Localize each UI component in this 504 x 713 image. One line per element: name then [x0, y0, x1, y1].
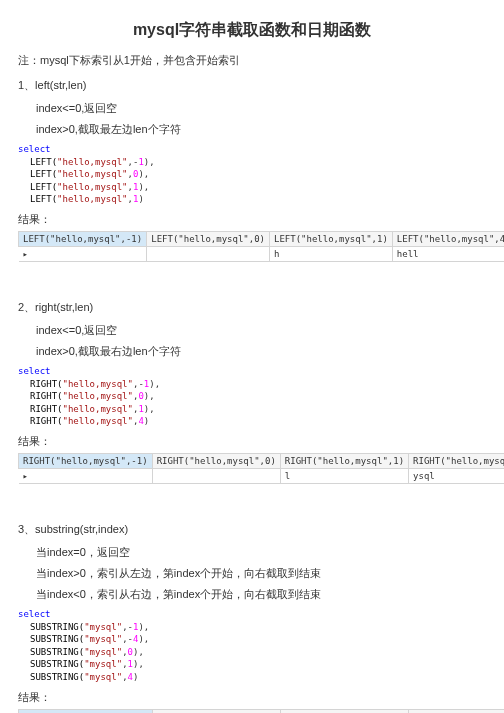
- td: l: [280, 468, 408, 483]
- section-1-line1: index<=0,返回空: [36, 101, 486, 116]
- section-3-line2: 当index>0，索引从左边，第index个开始，向右截取到结束: [36, 566, 486, 581]
- result-table-3: RIGHT("hello,mysql",-1)RIGHT("hello,mysq…: [18, 709, 504, 714]
- result-table-2: RIGHT("hello,mysql",-1)RIGHT("hello,mysq…: [18, 453, 504, 484]
- th: RIGHT("hello,mysql",-1): [19, 453, 153, 468]
- td: ysql: [409, 468, 504, 483]
- kw-select: select: [18, 144, 51, 154]
- row-arrow: ▸: [19, 468, 153, 483]
- th: RIGHT("hello,mysql",0): [152, 453, 280, 468]
- th: RIGHT("hello,mysql",0): [152, 709, 280, 713]
- section-1-line2: index>0,截取最左边len个字符: [36, 122, 486, 137]
- section-3-line1: 当index=0，返回空: [36, 545, 486, 560]
- code-block-3: select SUBSTRING("mysql",-1), SUBSTRING(…: [18, 608, 486, 684]
- row-arrow: ▸: [19, 246, 147, 261]
- code-block-2: select RIGHT("hello,mysql",-1), RIGHT("h…: [18, 365, 486, 428]
- th: RIGHT("hello,mysql",4): [409, 453, 504, 468]
- td: [147, 246, 270, 261]
- th: RIGHT("hello,mysql",1): [280, 709, 408, 713]
- th: LEFT("hello,mysql",1): [270, 231, 393, 246]
- th: RIGHT("hello,mysql",4): [409, 709, 504, 713]
- section-1-head: 1、left(str,len): [18, 78, 486, 93]
- page-title: mysql字符串截取函数和日期函数: [18, 20, 486, 41]
- code-block-1: select LEFT("hello,mysql",-1), LEFT("hel…: [18, 143, 486, 206]
- th: RIGHT("hello,mysql",-1): [19, 709, 153, 713]
- section-2-line1: index<=0,返回空: [36, 323, 486, 338]
- td: hell: [392, 246, 504, 261]
- section-2-head: 2、right(str,len): [18, 300, 486, 315]
- section-2-line2: index>0,截取最右边len个字符: [36, 344, 486, 359]
- result-label-2: 结果：: [18, 434, 486, 449]
- intro-note: 注：mysql下标索引从1开始，并包含开始索引: [18, 53, 486, 68]
- result-label-1: 结果：: [18, 212, 486, 227]
- result-label-3: 结果：: [18, 690, 486, 705]
- section-3-line3: 当index<0，索引从右边，第index个开始，向右截取到结束: [36, 587, 486, 602]
- th: LEFT("hello,mysql",-1): [19, 231, 147, 246]
- td: [152, 468, 280, 483]
- th: LEFT("hello,mysql",4): [392, 231, 504, 246]
- kw-select: select: [18, 366, 51, 376]
- result-table-1: LEFT("hello,mysql",-1)LEFT("hello,mysql"…: [18, 231, 504, 262]
- th: LEFT("hello,mysql",0): [147, 231, 270, 246]
- td: h: [270, 246, 393, 261]
- kw-select: select: [18, 609, 51, 619]
- th: RIGHT("hello,mysql",1): [280, 453, 408, 468]
- section-3-head: 3、substring(str,index): [18, 522, 486, 537]
